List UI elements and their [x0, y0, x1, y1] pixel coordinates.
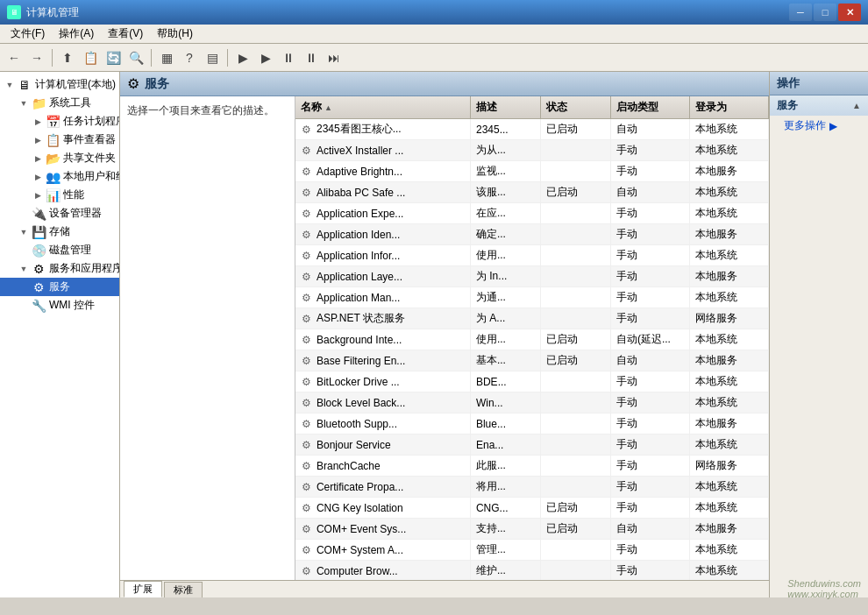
table-header: 名称 ▲ 描述 状态 启动类型 登录为	[295, 96, 769, 119]
service-gear-icon: ⚙	[301, 124, 313, 136]
toolbar-up[interactable]: ⬆	[57, 47, 78, 68]
cell-status	[541, 224, 611, 244]
table-row[interactable]: ⚙ Application Iden... 确定...手动本地服务	[295, 224, 769, 245]
menu-action[interactable]: 操作(A)	[52, 25, 101, 43]
toolbar-playfwd[interactable]: ⏭	[324, 47, 345, 68]
tree-item-system-tools[interactable]: ▼ 📁 系统工具	[0, 94, 119, 112]
tree-item-svcapp[interactable]: ▼ ⚙ 服务和应用程序	[0, 259, 119, 278]
window-controls: ─ □ ✕	[789, 4, 861, 21]
tree-toggle-root[interactable]: ▼	[4, 79, 16, 91]
toolbar-sep-2	[151, 49, 152, 67]
toolbar-search[interactable]: 🔍	[125, 47, 146, 68]
table-row[interactable]: ⚙ BitLocker Drive ... BDE...手动本地系统	[295, 371, 769, 392]
toolbar-props[interactable]: ▤	[202, 47, 223, 68]
tree-toggle-events[interactable]: ▶	[32, 134, 44, 146]
table-row[interactable]: ⚙ Background Inte... 使用...已启动自动(延迟...本地系…	[295, 329, 769, 350]
tree-item-services[interactable]: ⚙ 服务	[0, 278, 119, 296]
tab-standard[interactable]: 标准	[164, 582, 203, 597]
device-icon: 🔌	[32, 207, 46, 221]
tree-toggle-users[interactable]: ▶	[32, 171, 44, 183]
cell-name: ⚙ BranchCache	[295, 456, 471, 476]
table-row[interactable]: ⚙ COM+ System A... 管理...手动本地系统	[295, 540, 769, 561]
cell-startup: 手动	[611, 308, 690, 329]
table-row[interactable]: ⚙ Application Infor... 使用...手动本地系统	[295, 245, 769, 266]
table-row[interactable]: ⚙ Application Expe... 在应...手动本地系统	[295, 203, 769, 224]
left-panel: ▼ 🖥 计算机管理(本地) ▼ 📁 系统工具 ▶ 📅 任务计划程序 ▶ 📋 事件…	[0, 72, 120, 597]
table-row[interactable]: ⚙ Application Laye... 为 In...手动本地服务	[295, 266, 769, 287]
table-row[interactable]: ⚙ Bonjour Service Ena...手动本地系统	[295, 435, 769, 456]
tab-expand[interactable]: 扩展	[124, 581, 162, 597]
tree-item-devices[interactable]: 🔌 设备管理器	[0, 204, 119, 223]
toolbar-forward[interactable]: →	[26, 47, 47, 68]
tree-item-events[interactable]: ▶ 📋 事件查看器	[0, 131, 119, 149]
cell-desc: 支持...	[471, 519, 541, 539]
tree-toggle-tasks[interactable]: ▶	[32, 116, 44, 128]
toolbar-back[interactable]: ←	[4, 47, 25, 68]
watermark: Shenduwins.comwww.xxinyk.com	[787, 578, 861, 599]
tree-toggle-svcapp[interactable]: ▼	[18, 263, 30, 275]
tree-item-wmi[interactable]: 🔧 WMI 控件	[0, 296, 119, 315]
col-logon[interactable]: 登录为	[690, 96, 769, 118]
col-startup[interactable]: 启动类型	[611, 96, 690, 118]
ops-section-services[interactable]: 服务 ▲	[770, 95, 868, 116]
maximize-button[interactable]: □	[814, 4, 836, 21]
table-row[interactable]: ⚙ 2345看图王核心... 2345...已启动自动本地系统	[295, 119, 769, 140]
tree-item-storage[interactable]: ▼ 💾 存储	[0, 223, 119, 241]
cell-name: ⚙ Base Filtering En...	[295, 350, 471, 371]
tree-toggle-shared[interactable]: ▶	[32, 152, 44, 165]
table-row[interactable]: ⚙ ASP.NET 状态服务 为 A...手动网络服务	[295, 308, 769, 329]
tree-item-shared[interactable]: ▶ 📂 共享文件夹	[0, 149, 119, 167]
tree-item-perf[interactable]: ▶ 📊 性能	[0, 186, 119, 204]
cell-desc: 基本...	[471, 350, 541, 371]
table-row[interactable]: ⚙ Bluetooth Supp... Blue...手动本地服务	[295, 414, 769, 435]
toolbar-pause2[interactable]: ⏸	[301, 47, 322, 68]
toolbar-pause1[interactable]: ⏸	[278, 47, 299, 68]
menu-view[interactable]: 查看(V)	[101, 25, 150, 43]
cell-name: ⚙ ActiveX Installer ...	[295, 140, 471, 160]
cell-status	[541, 308, 611, 329]
menu-help[interactable]: 帮助(H)	[150, 25, 200, 43]
cell-desc: Win...	[471, 392, 541, 413]
services-list[interactable]: 名称 ▲ 描述 状态 启动类型 登录为	[295, 96, 769, 580]
table-row[interactable]: ⚙ BranchCache 此服...手动网络服务	[295, 456, 769, 477]
table-row[interactable]: ⚙ Block Level Back... Win...手动本地系统	[295, 392, 769, 414]
table-row[interactable]: ⚙ CNG Key Isolation CNG...已启动手动本地系统	[295, 498, 769, 519]
table-row[interactable]: ⚙ ActiveX Installer ... 为从...手动本地系统	[295, 140, 769, 161]
tree-root[interactable]: ▼ 🖥 计算机管理(本地)	[0, 75, 119, 94]
shared-folder-icon: 📂	[46, 152, 60, 166]
cell-logon: 本地系统	[690, 203, 769, 223]
tree-toggle-system[interactable]: ▼	[18, 97, 30, 110]
menu-file[interactable]: 文件(F)	[4, 25, 52, 43]
tree-item-localusers[interactable]: ▶ 👥 本地用户和组	[0, 167, 119, 186]
col-name[interactable]: 名称 ▲	[295, 96, 471, 118]
table-row[interactable]: ⚙ Application Man... 为通...手动本地系统	[295, 287, 769, 308]
table-row[interactable]: ⚙ Base Filtering En... 基本...已启动自动本地服务	[295, 350, 769, 371]
tree-item-disk[interactable]: 💿 磁盘管理	[0, 241, 119, 259]
services-title: 服务	[145, 76, 169, 92]
disk-icon: 💿	[32, 244, 46, 258]
toolbar-view[interactable]: ▦	[156, 47, 177, 68]
table-row[interactable]: ⚙ Adaptive Brightn... 监视...手动本地服务	[295, 161, 769, 182]
toolbar-play2[interactable]: ▶	[255, 47, 276, 68]
cell-status	[541, 477, 611, 497]
col-desc[interactable]: 描述	[471, 96, 541, 118]
toolbar-play1[interactable]: ▶	[232, 47, 253, 68]
table-row[interactable]: ⚙ COM+ Event Sys... 支持...已启动自动本地服务	[295, 519, 769, 540]
services-icon: ⚙	[32, 280, 46, 294]
table-row[interactable]: ⚙ Alibaba PC Safe ... 该服...已启动自动本地系统	[295, 182, 769, 203]
ops-more-actions[interactable]: 更多操作 ▶	[770, 116, 868, 136]
toolbar-refresh[interactable]: 🔄	[103, 47, 124, 68]
cell-logon: 本地系统	[690, 245, 769, 265]
storage-icon: 💾	[32, 225, 46, 239]
tree-item-tasks[interactable]: ▶ 📅 任务计划程序	[0, 112, 119, 131]
col-status[interactable]: 状态	[541, 96, 611, 118]
toolbar-help[interactable]: ?	[179, 47, 200, 68]
tree-toggle-storage[interactable]: ▼	[18, 226, 30, 238]
table-row[interactable]: ⚙ Certificate Propa... 将用...手动本地系统	[295, 477, 769, 498]
minimize-button[interactable]: ─	[789, 4, 812, 21]
close-button[interactable]: ✕	[838, 4, 861, 21]
cell-status	[541, 245, 611, 265]
tree-toggle-perf[interactable]: ▶	[32, 189, 44, 201]
toolbar-copy[interactable]: 📋	[80, 47, 101, 68]
table-row[interactable]: ⚙ Computer Brow... 维护...手动本地系统	[295, 561, 769, 580]
